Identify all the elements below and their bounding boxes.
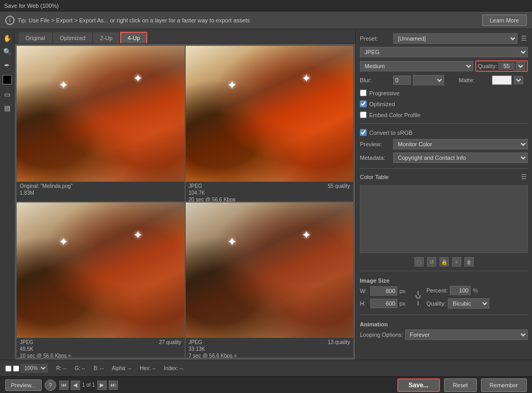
- quality-input[interactable]: [498, 62, 515, 70]
- embed-color-label[interactable]: Embed Color Profile: [369, 112, 420, 118]
- title-text: Save for Web (100%): [4, 3, 59, 9]
- looping-label: Looping Options:: [360, 332, 403, 338]
- width-input[interactable]: [370, 286, 397, 296]
- r-item: R: --: [56, 365, 67, 371]
- image-label-2: JPEG: [189, 183, 236, 189]
- index-label: Index:: [164, 365, 178, 371]
- image-label-1: Original: "Melinda.png": [20, 183, 73, 189]
- looping-row: Looping Options: Forever: [360, 329, 528, 340]
- image-cell-original[interactable]: ✦ ✦ Original: "Melinda.png" 1.83M: [17, 46, 185, 201]
- page-last-button[interactable]: ⏭: [109, 381, 118, 390]
- quality2-select[interactable]: Bicubic: [448, 298, 489, 309]
- metadata-select[interactable]: Copyright and Contact Info: [393, 153, 528, 163]
- color-table-area: [360, 185, 528, 253]
- help-button[interactable]: ?: [45, 379, 56, 391]
- matte-dropdown[interactable]: [514, 76, 523, 84]
- compression-select[interactable]: Medium: [360, 61, 473, 71]
- image-size-2: 104.7K: [189, 190, 236, 196]
- blur-label: Blur:: [360, 77, 391, 83]
- format-select[interactable]: JPEG: [360, 47, 528, 57]
- ct-icon-2[interactable]: ↺: [427, 257, 436, 267]
- image-label-4: JPEG: [189, 339, 238, 345]
- width-unit: px: [399, 288, 410, 294]
- zoom-item: 100%: [5, 364, 48, 373]
- image-size-1: 1.83M: [20, 190, 73, 196]
- convert-srgb-label[interactable]: Convert to sRGB: [369, 130, 412, 136]
- blur-dropdown[interactable]: [413, 75, 444, 85]
- zoom-tool[interactable]: 🔍: [2, 46, 13, 57]
- optimized-checkbox[interactable]: [360, 100, 367, 107]
- optimized-label[interactable]: Optimized: [369, 101, 395, 107]
- color-table-menu-icon[interactable]: ☰: [520, 173, 528, 181]
- page-prev-button[interactable]: ◀: [71, 381, 80, 390]
- save-button[interactable]: Save...: [397, 378, 440, 392]
- looping-select[interactable]: Forever: [405, 329, 528, 340]
- image-canvas-4: ✦ ✦: [186, 202, 354, 338]
- divider-3: [360, 271, 528, 271]
- tab-4up[interactable]: 4-Up: [120, 32, 147, 43]
- convert-srgb-checkbox[interactable]: [360, 129, 367, 136]
- image-info-4: JPEG 33.13K 7 sec @ 56.6 Kbps≡ 13 qualit…: [186, 338, 354, 358]
- color-table-header: Color Table ☰: [360, 173, 528, 181]
- ct-icon-4[interactable]: +: [452, 257, 461, 267]
- progressive-label[interactable]: Progressive: [369, 90, 399, 96]
- matte-swatch[interactable]: [492, 75, 512, 85]
- image-label-3: JPEG: [20, 339, 71, 345]
- percent-input[interactable]: [450, 286, 471, 295]
- index-item: Index: --: [164, 365, 183, 371]
- image-canvas-3: ✦ ✦: [17, 202, 185, 338]
- image-cell-jpeg13[interactable]: ✦ ✦ JPEG 33.13K 7 sec @ 56.6 Kbps≡ 13 qu…: [186, 202, 354, 358]
- image-cell-jpeg27[interactable]: ✦ ✦ JPEG 49.5K 10 sec @ 56.6 Kbps≡ 27 qu…: [17, 202, 185, 358]
- page-first-button[interactable]: ⏮: [59, 381, 69, 390]
- preview-select[interactable]: Monitor Color: [393, 139, 528, 149]
- quality-dropdown[interactable]: [516, 62, 525, 70]
- format-row: JPEG: [360, 47, 528, 57]
- link-aspect-icon[interactable]: [414, 290, 422, 307]
- metadata-label: Metadata:: [360, 155, 391, 161]
- b-label: B:: [94, 365, 98, 371]
- learn-more-button[interactable]: Learn More: [482, 15, 527, 26]
- hand-tool[interactable]: ✋: [2, 32, 13, 44]
- remember-button[interactable]: Remember: [481, 378, 527, 392]
- info-bar: i Tip: Use File > Export > Export As... …: [0, 11, 532, 29]
- alpha-value: --: [128, 365, 132, 371]
- ct-icon-5[interactable]: 🗑: [464, 257, 474, 267]
- zoom-checkbox2[interactable]: [13, 365, 19, 372]
- toggle-tool-1[interactable]: ▭: [2, 88, 13, 100]
- image-size-title: Image Size: [360, 277, 528, 284]
- tab-optimized[interactable]: Optimized: [53, 32, 93, 43]
- color-swatch[interactable]: [3, 75, 12, 84]
- preset-menu-icon[interactable]: ☰: [520, 34, 528, 43]
- reset-button[interactable]: Reset: [444, 378, 477, 392]
- height-row: H: px: [360, 299, 410, 308]
- zoom-select[interactable]: 100%: [21, 364, 48, 373]
- height-input[interactable]: [370, 299, 397, 308]
- progressive-checkbox[interactable]: [360, 90, 367, 96]
- quality-box: Quality:: [475, 60, 528, 72]
- sparkle-1: ✦: [59, 80, 68, 91]
- height-label: H:: [360, 300, 368, 307]
- ct-icon-3[interactable]: 🔒: [439, 257, 449, 267]
- sparkle-4: ✦: [302, 73, 311, 84]
- matte-label: Matte:: [459, 77, 490, 83]
- preset-select[interactable]: [Unnamed]: [393, 33, 517, 44]
- toggle-tool-2[interactable]: ▤: [2, 102, 13, 113]
- blur-row: Blur: Matte:: [360, 75, 528, 85]
- embed-color-checkbox[interactable]: [360, 111, 367, 118]
- preview-button[interactable]: Preview...: [5, 379, 42, 391]
- image-quality-3: 27 quality: [159, 339, 181, 345]
- image-size-section: Image Size W: px H: px: [360, 277, 528, 310]
- image-grid: ✦ ✦ Original: "Melinda.png" 1.83M: [15, 44, 355, 360]
- tab-original[interactable]: Original: [19, 32, 52, 43]
- zoom-checkbox[interactable]: [5, 365, 11, 372]
- main-layout: ✋ 🔍 ✒ ▭ ▤ Original Optimized 2-Up 4-Up ✦…: [0, 29, 532, 360]
- preview-row: Preview: Monitor Color: [360, 139, 528, 149]
- sparkle-8: ✦: [302, 230, 311, 241]
- image-cell-jpeg55[interactable]: ✦ ✦ JPEG 104.7K 20 sec @ 56.6 Kbps 55 qu…: [186, 46, 354, 201]
- blur-input[interactable]: [393, 75, 411, 85]
- ct-icon-1[interactable]: ⬚: [414, 257, 424, 267]
- eyedropper-tool[interactable]: ✒: [2, 59, 13, 71]
- sparkle-5: ✦: [59, 236, 68, 248]
- tab-2up[interactable]: 2-Up: [93, 32, 119, 43]
- page-next-button[interactable]: ▶: [97, 381, 107, 390]
